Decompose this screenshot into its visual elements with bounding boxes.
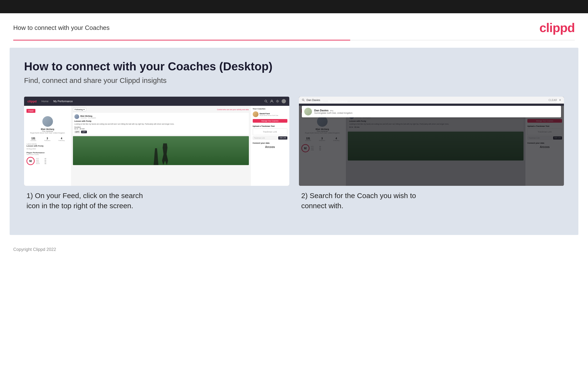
result-club: Sunningdale Golf Club, United Kingdom: [314, 112, 353, 114]
result-name: Dan Davies Pro: [314, 109, 353, 112]
top-bar: [0, 0, 588, 13]
mock-post-image: [73, 136, 249, 165]
mock-right-panel-1: Your Coaches David Ford Royal North Devo…: [251, 106, 289, 186]
result-avatar: [304, 108, 312, 115]
mock-upload-title: Upload a Trackman Test: [253, 125, 287, 127]
mock-stat-activities: 131 Activities: [31, 137, 36, 141]
mock-latest-lesson: Lesson with Fordy: [26, 145, 69, 147]
result-badge: Pro: [330, 110, 333, 112]
screenshot-mockup-1: clippd Home My Performance Feed: [24, 97, 289, 186]
mock-feed-tab: Feed: [26, 109, 35, 113]
clippd-logo: clippd: [539, 20, 575, 35]
mock-nav-1: clippd Home My Performance: [24, 97, 289, 106]
mock-trackman-input[interactable]: Trackman Link: [253, 136, 278, 139]
mock-coach-item: David Ford Royal North Devon Golf Club: [253, 111, 287, 117]
screenshots-row: clippd Home My Performance Feed: [24, 97, 564, 211]
mock-user-club: Royal North Devon Golf Club, United King…: [26, 132, 69, 134]
mock-main-panel-1: Following ▾ Control who can see your act…: [71, 106, 251, 186]
step-1-desc: 1) On your Feed, click on the searchicon…: [24, 186, 289, 211]
mock-logo-1: clippd: [27, 100, 37, 103]
header-divider: [13, 40, 575, 40]
page-title: How to connect with your Coaches: [13, 24, 110, 32]
mock-search-result[interactable]: Dan Davies Pro Sunningdale Golf Club, Un…: [302, 106, 561, 117]
screenshot-col-1: clippd Home My Performance Feed: [24, 97, 289, 211]
mock-stat-following: 4 Following: [59, 137, 64, 141]
search-icon[interactable]: [264, 100, 268, 103]
mock-left-panel-1: Feed Blair McHarg Plus Handicap Royal No…: [24, 106, 71, 186]
svg-point-6: [302, 99, 304, 101]
svg-point-3: [277, 101, 278, 102]
result-info: Dan Davies Pro Sunningdale Golf Club, Un…: [314, 109, 353, 114]
screenshot-col-2: clippd Home My Performance Feed Blair: [299, 97, 564, 211]
mock-nav-icons: [264, 99, 286, 103]
mock-stats: 131 Activities 3 Followers 4 Following: [26, 137, 69, 141]
main-subtitle: Find, connect and share your Clippd insi…: [24, 76, 564, 85]
mock-connect-title: Connect your data: [253, 142, 287, 144]
search-bar-icon: [302, 99, 305, 101]
mock-nav-performance: My Performance: [53, 100, 73, 103]
mock-bars: OTT90 APP85 ARG86 PUTT96: [36, 158, 46, 165]
mock-add-btn[interactable]: Add Link: [278, 136, 287, 139]
mock-player-perf: Player Performance Total Player Quality …: [26, 152, 69, 166]
step-2-desc: 2) Search for the Coach you wish toconne…: [299, 186, 564, 211]
mock-score-circle: 92: [26, 157, 35, 165]
svg-line-7: [304, 101, 305, 101]
header: How to connect with your Coaches clippd: [0, 13, 588, 40]
mock-arccos: Arccos: [253, 145, 287, 149]
mock-app-btn[interactable]: APP: [81, 131, 87, 133]
mock-post-btns: OTT APP: [74, 131, 247, 133]
avatar-icon[interactable]: [282, 99, 286, 103]
mock-manage-btn[interactable]: Manage Your Coaches: [253, 119, 287, 123]
settings-icon[interactable]: [276, 100, 279, 103]
mock-coaches-title: Your Coaches: [253, 108, 287, 110]
mock-user-handicap: Plus Handicap: [26, 130, 69, 132]
mock-trackman-box: Trackman Link: [253, 129, 287, 135]
mock-control-link[interactable]: Control who can see your activity and da…: [217, 109, 249, 110]
mock-post-header: Blair McHarg Yesterday · Sunningdale: [74, 114, 247, 119]
mock-post-1: Blair McHarg Yesterday · Sunningdale Les…: [73, 113, 249, 135]
footer: Copyright Clippd 2022: [0, 242, 588, 257]
main-content: How to connect with your Coaches (Deskto…: [10, 48, 578, 235]
mock-post-avatar: [74, 114, 79, 119]
mock-body-1: Feed Blair McHarg Plus Handicap Royal No…: [24, 106, 289, 186]
clear-button[interactable]: CLEAR: [549, 99, 557, 101]
close-search-button[interactable]: ×: [559, 98, 561, 102]
search-overlay: Dan Davies CLEAR × Dan Davies Pro Sunnin…: [299, 97, 564, 186]
search-input-field[interactable]: Dan Davies: [307, 99, 547, 101]
copyright-text: Copyright Clippd 2022: [13, 247, 56, 252]
mock-search-bar: Dan Davies CLEAR ×: [299, 97, 564, 104]
main-title: How to connect with your Coaches (Deskto…: [24, 60, 564, 73]
mock-latest-label: Latest Activity: [26, 143, 69, 145]
svg-line-1: [266, 102, 267, 103]
mock-user-name: Blair McHarg: [26, 128, 69, 130]
profile-icon[interactable]: [270, 100, 273, 103]
mock-off-btn[interactable]: OTT: [74, 131, 80, 133]
mock-coach-avatar: [253, 111, 258, 117]
mock-user-avatar: [42, 116, 53, 127]
mock-following-btn[interactable]: Following ▾: [73, 108, 86, 111]
mock-following-row: Following ▾ Control who can see your act…: [73, 108, 249, 111]
mock-trackman-row: Trackman Link Add Link: [253, 136, 287, 139]
mock-duration: Duration 01 hr : 30 min: [74, 126, 247, 130]
mock-profile-area: Blair McHarg Plus Handicap Royal North D…: [26, 115, 69, 135]
mock-latest-date: 03 Aug 2022: [26, 148, 69, 150]
mock-nav-home: Home: [41, 100, 48, 103]
screenshot-mockup-2: clippd Home My Performance Feed Blair: [299, 97, 564, 186]
mock-stat-followers: 3 Followers: [44, 137, 51, 141]
svg-point-0: [265, 100, 267, 102]
